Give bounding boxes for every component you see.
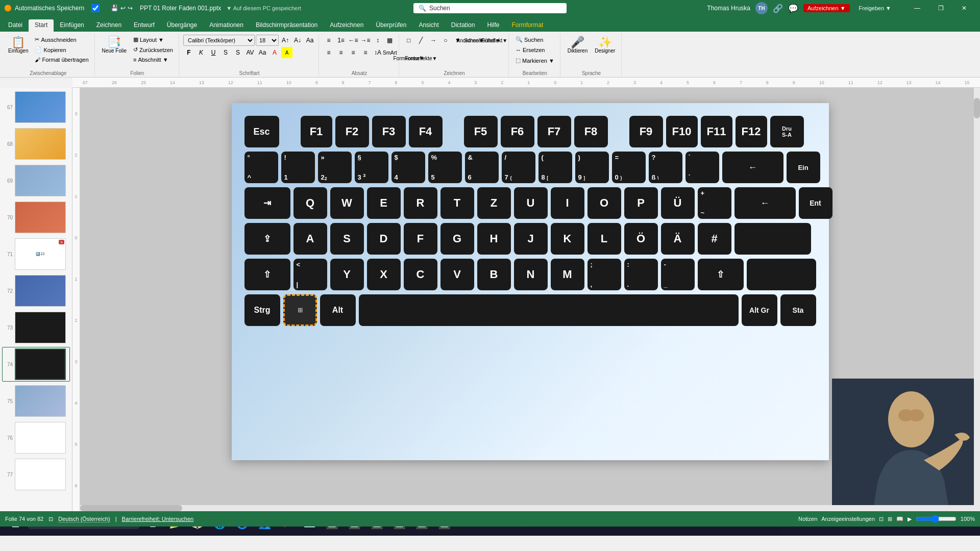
font-color-button[interactable]: A bbox=[269, 47, 280, 58]
keyboard-row-function: Esc F1 F2 F3 F4 F5 F6 F7 F8 F9 F10 F11 F… bbox=[244, 116, 816, 147]
key-print: DruS-A bbox=[770, 116, 804, 147]
designer-button[interactable]: ✨ Designer bbox=[592, 35, 618, 56]
tab-uebergaenge[interactable]: Übergänge bbox=[161, 19, 203, 32]
align-left-button[interactable]: ≡ bbox=[323, 47, 334, 58]
tab-entwurf[interactable]: Entwurf bbox=[128, 19, 161, 32]
accessibility-btn[interactable]: Barrierefreiheit: Untersuchen bbox=[122, 516, 194, 522]
tab-dictation[interactable]: Dictation bbox=[445, 19, 481, 32]
tab-bildschirm[interactable]: Bildschirmpräsentation bbox=[250, 19, 324, 32]
canvas-area[interactable]: Esc F1 F2 F3 F4 F5 F6 F7 F8 F9 F10 F11 F… bbox=[80, 88, 980, 511]
increase-indent-button[interactable]: →≡ bbox=[360, 35, 371, 46]
select-button[interactable]: ⬚ Markieren ▼ bbox=[513, 56, 557, 65]
language-indicator[interactable]: Deutsch (Österreich) bbox=[58, 516, 110, 522]
font-family-select[interactable]: Calibri (Textkörper) bbox=[183, 35, 255, 46]
change-case-button[interactable]: Aa bbox=[257, 47, 268, 58]
columns-button[interactable]: ▦ bbox=[384, 35, 396, 46]
tab-start[interactable]: Start bbox=[29, 19, 54, 32]
tab-animationen[interactable]: Animationen bbox=[203, 19, 250, 32]
decrease-indent-button[interactable]: ←≡ bbox=[348, 35, 359, 46]
increase-font-button[interactable]: A↑ bbox=[280, 35, 291, 46]
tab-ueberpruefen[interactable]: Überprüfen bbox=[370, 19, 412, 32]
slide-thumb-74[interactable]: 74 bbox=[2, 347, 70, 382]
key-o: O bbox=[587, 187, 621, 219]
bullets-button[interactable]: ≡ bbox=[323, 35, 334, 46]
strikethrough-button[interactable]: S bbox=[220, 47, 231, 58]
justify-button[interactable]: ≡ bbox=[360, 47, 371, 58]
tab-datei[interactable]: Datei bbox=[2, 19, 29, 32]
tab-formformat[interactable]: Formformat bbox=[505, 19, 549, 32]
replace-button[interactable]: ↔ Ersetzen bbox=[513, 45, 547, 55]
shape-circle[interactable]: ○ bbox=[440, 35, 451, 46]
horizontal-scrollbar[interactable] bbox=[80, 505, 974, 511]
align-center-button[interactable]: ≡ bbox=[335, 47, 347, 58]
slide-thumb-69[interactable]: 69 bbox=[2, 163, 70, 198]
redo-icon[interactable]: ↪ bbox=[128, 5, 133, 12]
search-box[interactable]: 🔍 Suchen bbox=[413, 3, 567, 13]
clipboard-col: ✂ Ausschneiden 📄 Kopieren 🖌 Format übert… bbox=[32, 35, 91, 64]
scrollbar-thumb[interactable] bbox=[974, 98, 980, 118]
slide-thumb-68[interactable]: 68 bbox=[2, 127, 70, 161]
vertical-scrollbar[interactable] bbox=[974, 88, 980, 511]
share-btn[interactable]: Freigeben ▼ bbox=[855, 4, 895, 12]
highlight-button[interactable]: A bbox=[281, 47, 292, 58]
save-icon[interactable]: 💾 bbox=[111, 5, 118, 12]
minimize-button[interactable]: — bbox=[905, 0, 929, 16]
slide-thumb-72[interactable]: 72 bbox=[2, 273, 70, 308]
search-button[interactable]: 🔍 Suchen bbox=[513, 35, 546, 44]
key-x: X bbox=[367, 259, 401, 290]
slide-thumb-77[interactable]: 77 bbox=[2, 457, 70, 492]
shape-arrow[interactable]: → bbox=[428, 35, 439, 46]
comment-icon[interactable]: 💬 bbox=[788, 4, 798, 13]
text-direction-button[interactable]: ↕A bbox=[372, 47, 383, 58]
italic-button[interactable]: K bbox=[195, 47, 207, 58]
view-settings-btn[interactable]: Anzeigeeinstellungen bbox=[821, 516, 875, 522]
view-slideshow-btn[interactable]: ▶ bbox=[908, 516, 912, 522]
text-shadow-button[interactable]: S bbox=[232, 47, 243, 58]
slide-thumb-73[interactable]: 73 bbox=[2, 310, 70, 345]
char-spacing-button[interactable]: AV bbox=[244, 47, 256, 58]
restore-button[interactable]: ❐ bbox=[929, 0, 952, 16]
tab-zeichnen[interactable]: Zeichnen bbox=[90, 19, 128, 32]
undo-icon[interactable]: ↩ bbox=[120, 5, 126, 12]
tab-hilfe[interactable]: Hilfe bbox=[481, 19, 505, 32]
shape-line[interactable]: ╱ bbox=[415, 35, 427, 46]
tab-ansicht[interactable]: Ansicht bbox=[412, 19, 445, 32]
copy-button[interactable]: 📄 Kopieren bbox=[32, 45, 91, 55]
view-reading-btn[interactable]: 📖 bbox=[896, 516, 903, 522]
view-slide-sorter-btn[interactable]: ⊞ bbox=[888, 516, 892, 522]
clear-format-button[interactable]: Aa bbox=[304, 35, 315, 46]
reset-button[interactable]: ↺ Zurücksetzen bbox=[131, 45, 176, 55]
slide-thumb-67[interactable]: 67 bbox=[2, 90, 70, 124]
layout-button[interactable]: ▦ Layout ▼ bbox=[131, 35, 176, 44]
shape-rect[interactable]: □ bbox=[403, 35, 414, 46]
share-icon[interactable]: 🔗 bbox=[773, 4, 783, 13]
font-size-select[interactable]: 18 bbox=[256, 35, 279, 46]
zoom-slider[interactable] bbox=[916, 515, 957, 523]
autosave-toggle[interactable] bbox=[87, 4, 104, 12]
close-button[interactable]: ✕ bbox=[952, 0, 976, 16]
tab-einfuegen[interactable]: Einfügen bbox=[54, 19, 90, 32]
record-btn[interactable]: Aufzeichnen ▼ bbox=[803, 4, 850, 12]
fill-button[interactable]: Fülleffekt▼ bbox=[489, 35, 500, 46]
slide-thumb-76[interactable]: 76 bbox=[2, 420, 70, 455]
paste-button[interactable]: 📋 Einfügen bbox=[5, 35, 31, 56]
format-button[interactable]: 🖌 Format übertragen bbox=[32, 55, 91, 64]
line-spacing-button[interactable]: ↕ bbox=[372, 35, 383, 46]
bold-button[interactable]: F bbox=[183, 47, 194, 58]
cut-button[interactable]: ✂ Ausschneiden bbox=[32, 35, 91, 44]
numbering-button[interactable]: 1≡ bbox=[335, 35, 347, 46]
new-slide-button[interactable]: 📑 Neue Folie bbox=[99, 35, 130, 56]
view-normal-btn[interactable]: ⊡ bbox=[879, 516, 884, 522]
slide-thumb-70[interactable]: 70 bbox=[2, 200, 70, 235]
dictate-button[interactable]: 🎤 Diktieren bbox=[565, 35, 591, 56]
effects-button[interactable]: Formeffekte▼ bbox=[415, 53, 427, 64]
tab-aufzeichnen[interactable]: Aufzeichnen bbox=[324, 19, 370, 32]
slide-thumb-71[interactable]: 71 ✕ 1️⃣Z2 bbox=[2, 237, 70, 271]
align-right-button[interactable]: ≡ bbox=[348, 47, 359, 58]
underline-button[interactable]: U bbox=[208, 47, 219, 58]
slide-thumb-75[interactable]: 75 bbox=[2, 384, 70, 418]
notes-btn[interactable]: Notizen bbox=[798, 516, 817, 522]
decrease-font-button[interactable]: A↓ bbox=[292, 35, 303, 46]
section-button[interactable]: ≡ Abschnitt ▼ bbox=[131, 55, 176, 64]
h-scrollbar-thumb[interactable] bbox=[80, 505, 182, 511]
